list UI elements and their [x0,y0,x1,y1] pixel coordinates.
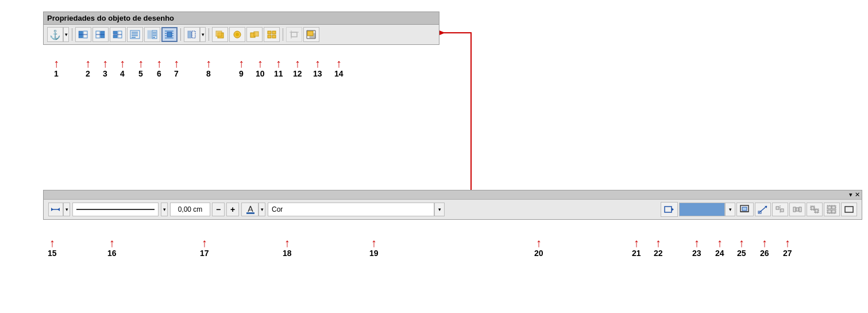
spacing-dropdown[interactable]: ▾ [200,27,206,42]
anchor-dropdown[interactable]: ▾ [63,27,69,42]
distribute-icon [792,205,803,214]
annotation-13: ↑ 13 [313,58,322,78]
crop-image-button[interactable] [736,203,754,216]
align-left-button[interactable] [75,27,91,42]
annotation-6: ↑ 6 [156,58,162,78]
anchor-group: ⚓ ▾ [47,27,69,42]
line-style-dropdown[interactable]: ▾ [63,203,70,216]
separator-2 [180,28,181,41]
label-18: 18 [283,249,292,258]
line-style-button[interactable] [48,203,63,216]
label-6: 6 [157,69,161,78]
arrow-up-16: ↑ [109,237,115,249]
align-objects-button[interactable] [772,203,788,216]
align-left-icon [78,30,88,39]
label-16: 16 [107,249,117,258]
line-style-group: ▾ [48,203,70,216]
text-wrap-3-button[interactable] [161,27,178,42]
annotation-4: ↑ 4 [119,58,125,78]
svg-rect-45 [272,35,276,38]
color-swatch-dropdown[interactable]: ▾ [725,203,735,216]
ungroup-objects-icon [827,205,837,214]
svg-rect-58 [246,212,254,214]
text-wrap-2-button[interactable] [144,27,160,42]
align-right-icon [113,30,123,39]
transform-icon [758,205,768,214]
bring-forward-button[interactable] [212,27,228,42]
arrow-up-19: ↑ [371,237,377,249]
line-arrows-icon [51,205,61,214]
right-group: ▾ [661,202,857,217]
crop-icon [289,30,299,39]
annotation-22: ↑ 22 [654,237,663,258]
annotation-7: ↑ 7 [173,58,179,78]
spacing-button[interactable] [184,27,200,42]
label-23: 23 [692,249,701,258]
shadow-button[interactable] [303,27,319,42]
arrow-up-22: ↑ [655,237,661,249]
color-name-select[interactable]: Cor [268,203,434,216]
distribute-button[interactable] [789,203,805,216]
crop-button[interactable] [286,27,302,42]
label-4: 4 [120,69,125,78]
ungroup-objects-button[interactable] [824,203,840,216]
svg-rect-71 [776,207,779,209]
label-20: 20 [534,249,543,258]
annotation-20: ↑ 20 [534,237,543,258]
label-3: 3 [103,69,107,78]
color-name-dropdown[interactable]: ▾ [434,203,445,216]
align-center-button[interactable] [92,27,109,42]
color-swatch[interactable] [679,203,725,216]
arrow-up-2: ↑ [85,58,91,69]
svg-marker-1 [439,30,445,35]
plus-button[interactable]: + [226,203,239,216]
svg-rect-46 [291,32,297,37]
svg-rect-79 [811,207,814,209]
annotation-8: ↑ 8 [206,58,211,78]
annotation-25: ↑ 25 [737,237,746,258]
svg-rect-86 [845,207,853,212]
color-style-dropdown[interactable]: ▾ [259,203,265,216]
ungroup-button[interactable] [264,27,280,42]
line-preview-dropdown[interactable]: ▾ [161,203,168,216]
annotation-3: ↑ 3 [102,58,108,78]
color-style-button[interactable] [241,203,259,216]
panel-collapse-btn[interactable]: ▾ [849,191,852,199]
send-backward-button[interactable] [229,27,245,42]
label-5: 5 [138,69,143,78]
rectangle-button[interactable] [841,203,857,216]
svg-rect-72 [781,209,784,212]
group-objects-button[interactable] [807,203,823,216]
annotation-15: ↑ 15 [48,237,57,258]
label-26: 26 [760,249,769,258]
annotation-2: ↑ 2 [85,58,91,78]
svg-rect-76 [796,208,798,211]
arrow-up-15: ↑ [49,237,55,249]
label-22: 22 [654,249,663,258]
panel-title: Propriedades do objeto de desenho [44,12,439,25]
bring-forward-icon [215,30,225,39]
annotation-26: ↑ 26 [760,237,769,258]
minus-button[interactable]: − [212,203,225,216]
top-toolbar-row: ⚓ ▾ [44,25,439,44]
annotation-14: ↑ 14 [334,58,344,78]
annotation-9: ↑ 9 [238,58,244,78]
annotation-27: ↑ 27 [783,237,792,258]
panel-close-btn[interactable]: ✕ [855,191,860,199]
align-right-button[interactable] [110,27,126,42]
arrow-up-24: ↑ [717,237,723,249]
text-wrap-1-button[interactable] [127,27,143,42]
line-preview[interactable] [72,203,159,216]
arrow-up-27: ↑ [785,237,790,249]
dimension-input[interactable] [170,203,210,216]
label-8: 8 [206,69,211,78]
transform-button[interactable] [755,203,771,216]
arrow-up-20: ↑ [536,237,542,249]
svg-rect-9 [113,31,117,34]
svg-rect-43 [272,31,276,34]
object-position-button[interactable] [661,202,678,217]
annotation-19: ↑ 19 [369,237,379,258]
group-button[interactable] [246,27,263,42]
anchor-button[interactable]: ⚓ [47,27,63,42]
label-24: 24 [715,249,724,258]
